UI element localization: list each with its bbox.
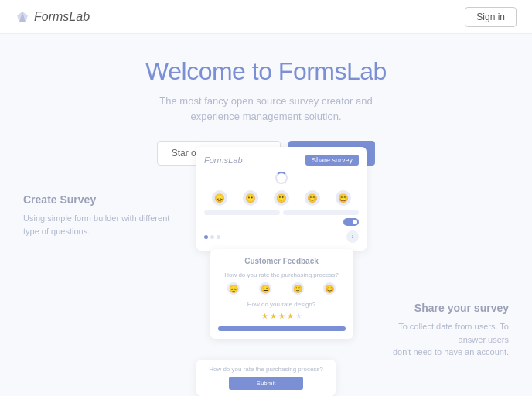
survey-creator-mockup: FormsLab Share survey 😞 😐 🙂 😊 😄 xyxy=(196,147,367,251)
mock-next-button: › xyxy=(346,230,359,243)
bottom-submit-button: Submit xyxy=(229,377,303,390)
share-desc-line1: To collect date from users. To answer us… xyxy=(398,322,509,344)
mock-share-button: Share survey xyxy=(305,155,359,166)
mock-emoji-3: 🙂 xyxy=(274,190,289,206)
feedback-face-4: 😊 xyxy=(323,282,336,295)
feedback-stars: ★ ★ ★ ★ ★ xyxy=(218,312,346,320)
center-mockup: FormsLab Share survey 😞 😐 🙂 😊 😄 xyxy=(178,147,385,359)
mock-header: FormsLab Share survey xyxy=(204,155,359,166)
hero-subtitle-line1: The most fancy open source survey creato… xyxy=(159,95,372,107)
feedback-faces: 😞 😐 🙂 😊 xyxy=(218,282,346,295)
star-3: ★ xyxy=(278,312,285,320)
feedback-face-3: 🙂 xyxy=(292,282,304,295)
star-4: ★ xyxy=(287,312,294,320)
bottom-partial-mockup: How do you rate the purchasing process? … xyxy=(196,360,336,396)
mock-nav-dots xyxy=(204,235,220,239)
hero-title-plain: Welcome to xyxy=(145,57,271,85)
feedback-q2: How do you rate design? xyxy=(218,301,346,308)
create-feature-title: Create Survey xyxy=(23,193,178,206)
hero-title-brand: FormsLab xyxy=(278,57,387,85)
feedback-mock-title: Customer Feedback xyxy=(218,257,346,265)
bottom-feedback-card: How do you rate the purchasing process? … xyxy=(196,360,336,396)
mock-dot-3 xyxy=(217,235,220,239)
mock-emoji-1: 😞 xyxy=(212,190,227,206)
logo: FormsLab xyxy=(15,10,90,24)
share-desc-line2: don't need to have an account. xyxy=(393,347,509,357)
sign-in-button[interactable]: Sign in xyxy=(465,7,517,27)
mock-emojis: 😞 😐 🙂 😊 😄 xyxy=(204,190,359,206)
feedback-face-1: 😞 xyxy=(227,282,240,295)
star-2: ★ xyxy=(270,312,277,320)
mock-toggle xyxy=(343,218,359,226)
feedback-q1: How do you rate the purchasing process? xyxy=(218,271,346,278)
mock-input-row xyxy=(204,210,359,215)
mock-input-bar-2 xyxy=(283,210,359,215)
feature-share: Share your survey To collect date from u… xyxy=(385,147,509,359)
mock-toggle-row xyxy=(204,218,359,226)
feedback-mockup: Customer Feedback How do you rate the pu… xyxy=(210,249,353,339)
mock-logo: FormsLab xyxy=(204,155,243,165)
feedback-face-2: 😐 xyxy=(259,282,271,295)
mock-loading xyxy=(204,172,359,184)
features-section: Create Survey Using simple form builder … xyxy=(0,147,532,359)
logo-text: FormsLab xyxy=(34,10,90,24)
mock-dot-1 xyxy=(204,235,208,239)
hero-title: Welcome to FormsLab xyxy=(145,57,387,86)
star-1: ★ xyxy=(261,312,268,320)
share-feature-desc: To collect date from users. To answer us… xyxy=(385,320,509,359)
mock-spinner xyxy=(275,172,288,184)
feature-create: Create Survey Using simple form builder … xyxy=(23,147,178,359)
navbar: FormsLab Sign in xyxy=(0,0,532,34)
create-desc-line2: type of questions. xyxy=(23,227,90,236)
create-feature-desc: Using simple form builder with different… xyxy=(23,212,178,237)
mock-input-bar xyxy=(204,210,280,215)
hero-subtitle-line2: experience management solution. xyxy=(190,111,341,122)
logo-icon xyxy=(15,10,29,24)
mock-emoji-4: 😊 xyxy=(305,190,320,206)
bottom-question: How do you rate the purchasing process? xyxy=(204,366,328,373)
mock-emoji-5: 😄 xyxy=(336,190,351,206)
mock-dot-2 xyxy=(210,235,214,239)
share-feature-title: Share your survey xyxy=(385,302,509,314)
star-5: ★ xyxy=(295,312,302,320)
mock-emoji-2: 😐 xyxy=(243,190,258,206)
create-desc-line1: Using simple form builder with different xyxy=(23,213,169,223)
mock-nav-row: › xyxy=(204,230,359,243)
feedback-progress-bar xyxy=(218,326,346,331)
hero-subtitle: The most fancy open source survey creato… xyxy=(159,94,372,124)
